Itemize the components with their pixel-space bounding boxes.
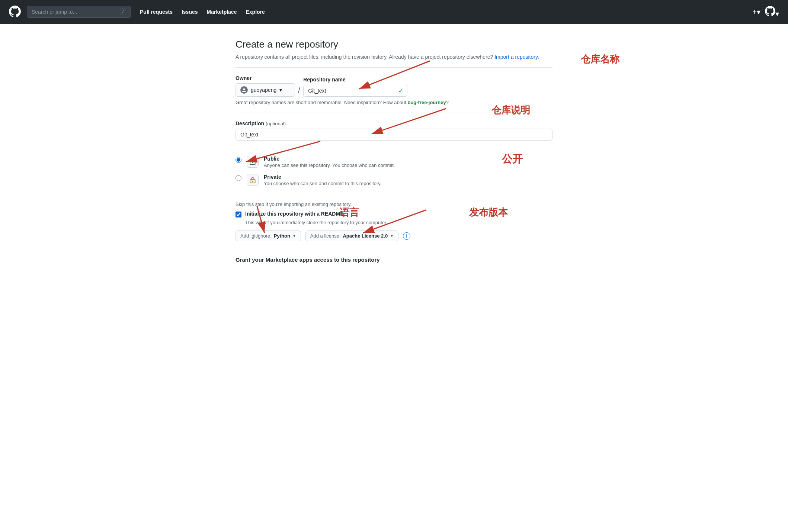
divider-init — [236, 194, 552, 194]
import-link[interactable]: Import a repository. — [494, 54, 539, 60]
owner-avatar — [240, 86, 248, 94]
divider-desc — [236, 113, 552, 113]
gitignore-label: Add .gitignore: — [240, 233, 272, 239]
description-input[interactable] — [236, 129, 552, 141]
divider-grant — [236, 249, 552, 249]
public-desc: Anyone can see this repository. You choo… — [264, 162, 395, 168]
slash-separator: / — [298, 86, 300, 97]
navbar: / Pull requests Issues Marketplace Explo… — [0, 0, 788, 24]
private-option: Private You choose who can see and commi… — [236, 174, 552, 186]
hint-text: Great repository names are short and mem… — [236, 100, 552, 105]
svg-point-0 — [243, 88, 245, 90]
nav-explore[interactable]: Explore — [246, 9, 265, 15]
gitignore-dropdown[interactable]: Add .gitignore: Python ▼ — [236, 230, 301, 241]
public-icon — [247, 156, 259, 168]
repo-name-input[interactable] — [303, 85, 407, 97]
svg-point-2 — [252, 162, 253, 163]
github-logo[interactable] — [9, 6, 21, 19]
optional-label: (optional) — [266, 121, 286, 126]
owner-label: Owner — [236, 75, 295, 81]
gitignore-value: Python — [274, 233, 290, 239]
public-label: Public — [264, 156, 395, 162]
owner-repo-row: Owner guoyapeng ▾ / Repository name ✓ — [236, 75, 552, 97]
repo-name-valid-icon: ✓ — [398, 87, 404, 95]
skip-text: Skip this step if you're importing an ex… — [236, 201, 552, 207]
svg-point-4 — [252, 181, 253, 182]
private-radio[interactable] — [236, 175, 241, 181]
description-label: Description (optional) — [236, 120, 552, 126]
private-text: Private You choose who can see and commi… — [264, 174, 382, 186]
public-option: Public Anyone can see this repository. Y… — [236, 156, 552, 168]
init-desc: This will let you immediately clone the … — [245, 220, 552, 225]
repo-name-group: Repository name ✓ — [303, 77, 407, 97]
owner-group: Owner guoyapeng ▾ — [236, 75, 295, 97]
visibility-options: Public Anyone can see this repository. Y… — [236, 156, 552, 186]
search-box[interactable]: / — [27, 6, 131, 18]
init-checkbox[interactable] — [236, 212, 241, 217]
private-desc: You choose who can see and commit to thi… — [264, 181, 382, 186]
page-subtitle: A repository contains all project files,… — [236, 54, 552, 60]
nav-issues[interactable]: Issues — [182, 9, 198, 15]
repo-name-wrapper: ✓ — [303, 85, 407, 97]
public-radio[interactable] — [236, 157, 241, 163]
divider-top — [236, 67, 552, 68]
divider-visibility — [236, 148, 552, 148]
repo-name-label: Repository name — [303, 77, 407, 83]
dropdowns-row: Add .gitignore: Python ▼ Add a license: … — [236, 230, 552, 241]
license-label: Add a license: — [310, 233, 341, 239]
initialize-section: Skip this step if you're importing an ex… — [236, 201, 552, 241]
navbar-right: +▾ ▾ — [752, 6, 779, 18]
owner-dropdown[interactable]: guoyapeng ▾ — [236, 83, 295, 97]
gitignore-caret: ▼ — [292, 234, 296, 238]
public-text: Public Anyone can see this repository. Y… — [264, 156, 395, 168]
init-row: Initialize this repository with a README — [236, 211, 552, 217]
page-title: Create a new repository — [236, 39, 552, 50]
suggestion-link[interactable]: bug-free-journey — [407, 100, 446, 105]
init-label: Initialize this repository with a README — [245, 211, 343, 217]
nav-pull-requests[interactable]: Pull requests — [140, 9, 173, 15]
nav-marketplace[interactable]: Marketplace — [207, 9, 237, 15]
user-avatar-button[interactable]: ▾ — [765, 6, 779, 18]
main-content: Create a new repository A repository con… — [227, 39, 561, 263]
search-input[interactable] — [32, 9, 117, 15]
description-group: Description (optional) — [236, 120, 552, 141]
owner-caret: ▾ — [279, 87, 282, 93]
license-caret: ▼ — [390, 234, 394, 238]
info-icon[interactable]: i — [403, 232, 410, 240]
license-dropdown[interactable]: Add a license: Apache License 2.0 ▼ — [305, 230, 398, 241]
private-icon — [247, 174, 259, 186]
new-button[interactable]: +▾ — [752, 7, 760, 16]
license-value: Apache License 2.0 — [343, 233, 388, 239]
private-label: Private — [264, 174, 382, 180]
grant-title: Grant your Marketplace apps access to th… — [236, 257, 552, 263]
annotation-cangku-mingcheng: 仓库名称 — [581, 53, 619, 66]
slash-key-badge: / — [120, 9, 126, 15]
nav-links: Pull requests Issues Marketplace Explore — [140, 9, 265, 15]
annotation-cangku-shuoming: 仓库说明 — [491, 104, 530, 117]
owner-name: guoyapeng — [251, 87, 276, 93]
